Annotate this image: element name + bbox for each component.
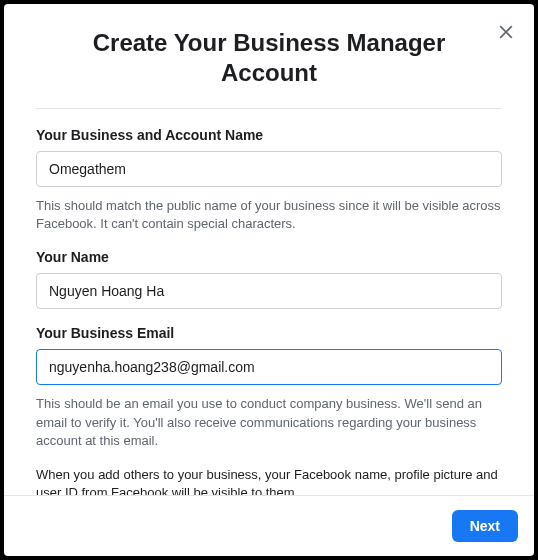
modal-content: Create Your Business Manager Account You… [4, 4, 534, 495]
your-name-input[interactable] [36, 273, 502, 309]
your-name-field-group: Your Name [36, 249, 502, 309]
business-name-helper: This should match the public name of you… [36, 197, 502, 233]
create-business-manager-modal: Create Your Business Manager Account You… [4, 4, 534, 556]
business-email-label: Your Business Email [36, 325, 502, 341]
business-name-input[interactable] [36, 151, 502, 187]
close-icon[interactable] [496, 22, 516, 42]
business-email-input[interactable] [36, 349, 502, 385]
business-email-helper: This should be an email you use to condu… [36, 395, 502, 450]
business-name-label: Your Business and Account Name [36, 127, 502, 143]
your-name-label: Your Name [36, 249, 502, 265]
divider [36, 108, 502, 109]
business-email-field-group: Your Business Email This should be an em… [36, 325, 502, 450]
business-name-field-group: Your Business and Account Name This shou… [36, 127, 502, 233]
modal-footer: Next [4, 495, 534, 556]
modal-title: Create Your Business Manager Account [36, 28, 502, 88]
visibility-info-text: When you add others to your business, yo… [36, 466, 502, 495]
next-button[interactable]: Next [452, 510, 518, 542]
